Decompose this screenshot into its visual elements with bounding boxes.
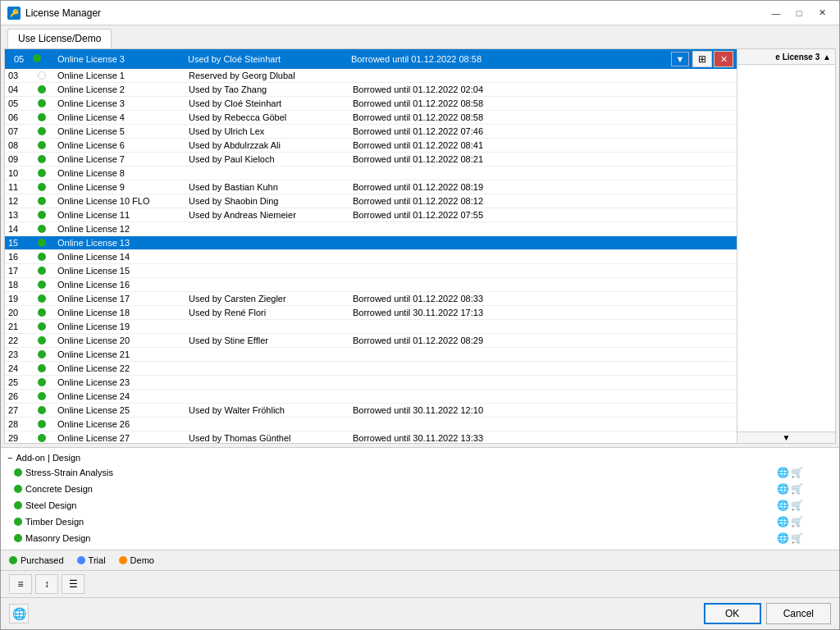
addon-cart-icon[interactable]: 🛒 (791, 532, 803, 545)
addon-cart-icon[interactable]: 🛒 (791, 499, 803, 512)
row-used-by (185, 325, 349, 328)
row-dot (38, 350, 46, 358)
legend-purchased: Purchased (9, 555, 64, 565)
addon-items-container: Stress-Strain Analysis 🌐 🛒 Concrete Desi… (7, 464, 833, 546)
row-dot (38, 141, 46, 149)
list-row[interactable]: 18 Online License 16 (5, 278, 737, 292)
row-extra (579, 381, 737, 384)
row-dot-cell (30, 181, 54, 193)
row-dot (38, 434, 46, 442)
minimize-button[interactable]: — (765, 4, 787, 22)
addon-item-label: Steel Design (14, 500, 162, 510)
row-license: Online License 17 (54, 292, 185, 305)
row-num: 28 (5, 418, 30, 431)
list-row[interactable]: 10 Online License 8 (5, 167, 737, 180)
addon-item-name: Masonry Design (25, 533, 90, 543)
side-panel-scroll-up[interactable]: ▲ (822, 52, 832, 62)
list-row[interactable]: 03 Online License 1 Reserved by Georg Dl… (5, 69, 737, 83)
list-row[interactable]: 06 Online License 4 Used by Rebecca Göbe… (5, 111, 737, 125)
row-license: Online License 27 (54, 431, 185, 443)
row-used-by: Used by Shaobin Ding (185, 194, 349, 208)
header-borrowed: Borrowed until 01.12.2022 08:58 (351, 54, 668, 64)
list-row[interactable]: 09 Online License 7 Used by Paul Kieloch… (5, 153, 737, 167)
row-dot (38, 392, 46, 400)
grid-view-btn[interactable]: ⊞ (692, 51, 712, 67)
addon-item: Masonry Design 🌐 🛒 (7, 530, 833, 546)
list-row[interactable]: 23 Online License 21 (5, 348, 737, 362)
addon-cart-icon[interactable]: 🛒 (791, 515, 803, 528)
row-dot-cell (30, 70, 54, 81)
tab-use-license[interactable]: Use License/Demo (7, 29, 112, 48)
row-extra (579, 213, 737, 217)
row-extra (579, 436, 737, 440)
row-num: 09 (5, 153, 30, 166)
list-row[interactable]: 04 Online License 2 Used by Tao Zhang Bo… (5, 83, 737, 97)
list-row[interactable]: 24 Online License 22 (5, 362, 737, 376)
row-dot (38, 378, 46, 386)
list-row[interactable]: 14 Online License 12 (5, 222, 737, 236)
addon-icons: 🌐 🛒 (777, 532, 801, 545)
row-borrowed: Borrowed until 01.12.2022 07:46 (349, 125, 579, 138)
header-dot (33, 54, 41, 62)
list-row[interactable]: 12 Online License 10 FLO Used by Shaobin… (5, 194, 737, 208)
row-license: Online License 18 (54, 306, 185, 319)
row-dot-cell (30, 321, 54, 332)
list-row[interactable]: 29 Online License 27 Used by Thomas Günt… (5, 431, 737, 443)
row-used-by: Used by Stine Effler (185, 334, 349, 347)
tree-collapse-icon[interactable]: − (7, 453, 12, 463)
row-used-by (185, 381, 349, 384)
list-row[interactable]: 17 Online License 15 (5, 264, 737, 278)
addon-globe-icon[interactable]: 🌐 (777, 515, 789, 528)
row-dot-cell (30, 349, 54, 360)
addon-item: Timber Design 🌐 🛒 (7, 514, 833, 530)
addon-globe-icon[interactable]: 🌐 (777, 482, 789, 495)
row-extra (579, 171, 737, 175)
list-row[interactable]: 11 Online License 9 Used by Bastian Kuhn… (5, 180, 737, 194)
list-row[interactable]: 13 Online License 11 Used by Andreas Nie… (5, 208, 737, 222)
row-dot-cell (30, 307, 54, 318)
list-row[interactable]: 21 Online License 19 (5, 320, 737, 334)
row-license: Online License 3 (54, 97, 185, 110)
remove-btn[interactable]: ✕ (714, 51, 733, 67)
ok-button[interactable]: OK (704, 603, 761, 624)
addon-cart-icon[interactable]: 🛒 (791, 482, 803, 495)
row-num: 12 (5, 194, 30, 208)
maximize-button[interactable]: □ (788, 4, 810, 22)
list-row[interactable]: 15 Online License 13 (5, 236, 737, 250)
row-num: 11 (5, 180, 30, 194)
list-row[interactable]: 16 Online License 14 (5, 250, 737, 264)
addon-cart-icon[interactable]: 🛒 (791, 466, 803, 479)
addon-globe-icon[interactable]: 🌐 (777, 499, 789, 512)
row-dot-cell (30, 293, 54, 304)
list-row[interactable]: 08 Online License 6 Used by Abdulrzzak A… (5, 139, 737, 153)
addon-dot (14, 501, 22, 509)
list-row[interactable]: 07 Online License 5 Used by Ulrich Lex B… (5, 125, 737, 139)
dropdown-arrow-btn[interactable]: ▼ (671, 52, 689, 66)
addon-globe-icon[interactable]: 🌐 (777, 466, 789, 479)
list-row[interactable]: 27 Online License 25 Used by Walter Fröh… (5, 404, 737, 418)
row-used-by (185, 241, 349, 244)
cancel-button[interactable]: Cancel (766, 603, 831, 624)
globe-button[interactable]: 🌐 (9, 604, 29, 623)
list-row[interactable]: 26 Online License 24 (5, 390, 737, 404)
row-extra (579, 339, 737, 342)
sort-btn[interactable]: ↕ (35, 574, 58, 594)
header-num: 05 (8, 54, 30, 64)
list-row[interactable]: 19 Online License 17 Used by Carsten Zie… (5, 292, 737, 306)
close-button[interactable]: ✕ (811, 4, 833, 22)
row-license: Online License 13 (54, 236, 185, 249)
row-license: Online License 7 (54, 153, 185, 166)
side-panel-scroll[interactable] (737, 65, 835, 431)
side-panel-scroll-down[interactable]: ▼ (737, 431, 835, 443)
row-num: 16 (5, 250, 30, 263)
list-row[interactable]: 28 Online License 26 (5, 418, 737, 431)
list-view-btn[interactable]: ≡ (9, 574, 32, 594)
row-num: 17 (5, 264, 30, 277)
list-row[interactable]: 25 Online License 23 (5, 376, 737, 390)
list-row[interactable]: 05 Online License 3 Used by Cloé Steinha… (5, 97, 737, 111)
addon-globe-icon[interactable]: 🌐 (777, 532, 789, 545)
details-btn[interactable]: ☰ (62, 574, 84, 594)
list-row[interactable]: 22 Online License 20 Used by Stine Effle… (5, 334, 737, 348)
row-borrowed: Borrowed until 01.12.2022 07:55 (349, 208, 579, 221)
list-row[interactable]: 20 Online License 18 Used by René Flori … (5, 306, 737, 320)
